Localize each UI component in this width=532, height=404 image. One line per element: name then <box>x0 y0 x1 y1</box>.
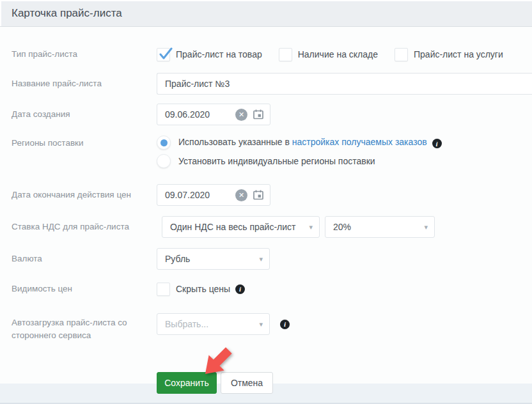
field-label: Регионы поставки <box>12 134 157 150</box>
row-price-end-date: Дата окончания действия цен 09.07.2020 ✕ <box>12 184 532 206</box>
row-creation-date: Дата создания 09.06.2020 ✕ <box>12 104 532 125</box>
checkbox-label[interactable]: Прайс-лист на услуги <box>414 49 503 59</box>
row-price-list-type: Тип прайс-листа Прайс-лист на товар Нали… <box>12 43 532 65</box>
price-list-type-group: Прайс-лист на товар Наличие на складе Пр… <box>157 48 503 61</box>
field-label: Дата создания <box>12 108 157 121</box>
name-input[interactable]: Прайс-лист №3 <box>157 73 532 95</box>
end-date-value: 09.07.2020 <box>165 190 235 200</box>
row-delivery-regions: Регионы поставки Использовать указанные … <box>12 134 532 168</box>
row-price-list-name: Название прайс-листа Прайс-лист №3 <box>12 73 532 95</box>
checkbox-hide-prices[interactable] <box>157 283 170 296</box>
row-autoload: Автозагрузка прайс-листа со стороннего с… <box>12 313 532 341</box>
field-label: Название прайс-листа <box>12 77 157 90</box>
radio-option-use-order-settings[interactable]: Использовать указанные в настройках полу… <box>157 136 442 150</box>
checkbox-label[interactable]: Прайс-лист на товар <box>176 49 262 59</box>
creation-date-input[interactable]: 09.06.2020 ✕ <box>157 104 270 125</box>
row-currency: Валюта Рубль ▾ <box>12 248 532 270</box>
chevron-down-icon: ▾ <box>259 256 263 263</box>
autoload-placeholder: Выбрать... <box>165 319 208 329</box>
order-settings-link[interactable]: настройках получаемых заказов <box>292 137 427 147</box>
field-label: Тип прайс-листа <box>12 48 157 61</box>
card-header: Карточка прайс-листа <box>0 0 532 27</box>
radio-option-custom-regions[interactable]: Установить индивидуальные регионы постав… <box>157 154 442 168</box>
vat-rate-value: 20% <box>333 222 351 232</box>
end-date-input[interactable]: 09.07.2020 ✕ <box>157 184 270 206</box>
checkbox-services[interactable] <box>395 48 408 61</box>
field-label: Валюта <box>12 252 157 265</box>
row-vat-rate: Ставка НДС для прайс-листа Один НДС на в… <box>12 216 532 238</box>
radio-label[interactable]: Установить индивидуальные регионы постав… <box>178 156 375 166</box>
vat-rate-select[interactable]: 20% ▾ <box>325 216 435 238</box>
chevron-down-icon: ▾ <box>424 224 428 231</box>
info-icon[interactable]: i <box>432 139 442 148</box>
info-icon[interactable]: i <box>280 320 290 329</box>
checkbox-label[interactable]: Скрыть цены <box>176 284 230 294</box>
autoload-control: Выбрать... ▾ i <box>157 313 290 335</box>
row-price-visibility: Видимость цен Скрыть цены i <box>12 278 532 300</box>
checkbox-option-stock[interactable]: Наличие на складе <box>279 48 378 61</box>
check-icon <box>158 46 173 61</box>
field-label: Дата окончания действия цен <box>12 189 157 201</box>
cancel-button[interactable]: Отмена <box>221 372 273 394</box>
radio-selected[interactable] <box>157 136 171 150</box>
radio-unselected[interactable] <box>157 154 171 168</box>
clear-icon[interactable]: ✕ <box>235 109 247 121</box>
chevron-down-icon: ▾ <box>259 321 263 328</box>
card-body: Тип прайс-листа Прайс-лист на товар Нали… <box>0 27 532 394</box>
hide-prices-option[interactable]: Скрыть цены i <box>157 283 245 296</box>
currency-select[interactable]: Рубль ▾ <box>157 248 270 270</box>
vat-mode-select[interactable]: Один НДС на весь прайс-лист ▾ <box>162 216 320 238</box>
chevron-down-icon: ▾ <box>309 224 313 231</box>
calendar-icon[interactable] <box>253 109 264 120</box>
field-label: Ставка НДС для прайс-листа <box>12 221 157 233</box>
clear-icon[interactable]: ✕ <box>235 189 247 201</box>
name-input-value: Прайс-лист №3 <box>165 79 230 89</box>
delivery-regions-group: Использовать указанные в настройках полу… <box>157 134 442 168</box>
checkbox-stock[interactable] <box>279 48 292 61</box>
field-label: Автозагрузка прайс-листа со стороннего с… <box>12 313 157 341</box>
checkbox-goods[interactable] <box>157 48 170 61</box>
info-icon[interactable]: i <box>235 284 245 294</box>
checkbox-option-services[interactable]: Прайс-лист на услуги <box>395 48 503 61</box>
price-list-card: Карточка прайс-листа Тип прайс-листа Пра… <box>0 0 532 384</box>
save-button[interactable]: Сохранить <box>157 372 217 394</box>
checkbox-option-goods[interactable]: Прайс-лист на товар <box>157 48 262 61</box>
currency-value: Рубль <box>165 254 190 264</box>
checkbox-label[interactable]: Наличие на складе <box>298 49 378 59</box>
creation-date-value: 09.06.2020 <box>165 109 235 120</box>
field-label: Видимость цен <box>12 283 157 295</box>
page-title: Карточка прайс-листа <box>12 7 122 20</box>
radio-label[interactable]: Использовать указанные в настройках полу… <box>178 137 442 149</box>
form-actions: Сохранить Отмена <box>157 372 532 394</box>
calendar-icon[interactable] <box>253 189 264 201</box>
autoload-select[interactable]: Выбрать... ▾ <box>157 313 270 335</box>
vat-mode-value: Один НДС на весь прайс-лист <box>170 222 295 232</box>
